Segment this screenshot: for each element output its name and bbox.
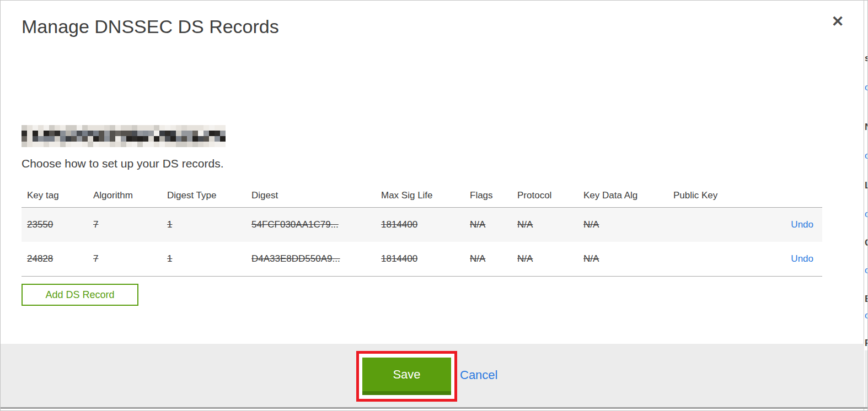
redaction-pixel [82,125,88,131]
redaction-pixel [115,142,121,147]
redaction-pixel [132,136,137,142]
redaction-pixel [159,142,165,147]
redaction-pixel [104,142,110,147]
redaction-pixel [132,125,137,131]
redaction-pixel [33,125,38,131]
redaction-pixel [66,136,71,142]
cell-flags: N/A [464,219,512,230]
redaction-pixel [99,136,104,142]
column-header-public-key: Public Key [668,190,773,201]
redaction-pixel [165,131,170,136]
redaction-pixel [154,131,159,136]
column-header-key-data-alg: Key Data Alg [578,190,668,201]
cell-digest: 54FCF030AA1C79... [246,219,376,230]
background-partial-text: s [865,53,868,64]
cell-max-sig-life: 1814400 [376,219,464,230]
redaction-pixel [71,142,77,147]
redaction-pixel [27,142,33,147]
redaction-pixel [93,136,99,142]
redaction-pixel [60,131,66,136]
redaction-pixel [93,125,99,131]
redaction-pixel [60,142,66,147]
background-partial-text: o [865,265,868,276]
redaction-pixel [44,131,49,136]
redaction-pixel [159,131,165,136]
redaction-pixel [104,136,110,142]
undo-link[interactable]: Undo [791,219,813,230]
redaction-pixel [60,125,66,131]
table-header-row: Key tagAlgorithmDigest TypeDigestMax Sig… [22,183,822,207]
redaction-pixel [132,131,137,136]
redaction-pixel [170,131,176,136]
cell-key-tag: 23550 [22,219,88,230]
redaction-pixel [66,142,71,147]
bottom-border-line [1,407,868,409]
redaction-pixel [38,142,44,147]
redaction-pixel [132,142,137,147]
cell-algorithm: 7 [88,253,162,264]
redaction-pixel [71,125,77,131]
undo-link[interactable]: Undo [791,253,813,264]
redaction-pixel [192,131,198,136]
redaction-pixel [33,131,38,136]
redaction-pixel [203,142,209,147]
redaction-pixel [143,142,148,147]
cell-algorithm: 7 [88,219,162,230]
redaction-pixel [215,131,220,136]
column-header-flags: Flags [464,190,512,201]
table-row: 235507154FCF030AA1C79...1814400N/AN/AN/A… [22,208,822,242]
redaction-pixel [88,142,93,147]
redaction-pixel [170,136,176,142]
redaction-pixel [187,125,192,131]
cancel-link[interactable]: Cancel [460,368,497,382]
redaction-pixel [220,136,226,142]
redaction-pixel [27,125,33,131]
redaction-pixel [203,136,209,142]
close-icon[interactable]: ✕ [827,10,849,33]
redaction-pixel [181,131,187,136]
cell-flags: N/A [464,253,512,264]
redaction-pixel [209,136,215,142]
cell-key-data-alg: N/A [578,219,668,230]
redaction-pixel [99,125,104,131]
redaction-pixel [49,125,55,131]
dnssec-modal: Manage DNSSEC DS Records ✕ Choose how to… [1,1,864,411]
redaction-pixel [88,136,93,142]
redaction-pixel [176,131,181,136]
redaction-pixel [215,136,220,142]
redaction-pixel [126,131,132,136]
redaction-pixel [27,136,33,142]
redaction-pixel [49,142,55,147]
save-button[interactable]: Save [362,358,451,395]
table-body: 235507154FCF030AA1C79...1814400N/AN/AN/A… [22,207,822,277]
background-partial-text: o [865,310,868,321]
table-row: 2482871D4A33E8DD550A9...1814400N/AN/AN/A… [22,242,822,276]
redaction-pixel [154,142,159,147]
add-ds-record-button[interactable]: Add DS Record [22,284,138,306]
redaction-pixel [165,125,170,131]
redaction-pixel [55,125,60,131]
redaction-pixel [27,131,33,136]
redaction-pixel [198,131,203,136]
redaction-pixel [198,136,203,142]
redaction-pixel [137,131,143,136]
redaction-pixel [215,125,220,131]
redaction-pixel [99,131,104,136]
redaction-pixel [198,125,203,131]
redaction-pixel [66,131,71,136]
redaction-pixel [192,136,198,142]
redaction-pixel [159,125,165,131]
redaction-pixel [93,142,99,147]
redaction-pixel [93,131,99,136]
redaction-pixel [77,142,82,147]
redaction-pixel [33,136,38,142]
redaction-pixel [38,125,44,131]
modal-title: Manage DNSSEC DS Records [22,16,279,37]
redaction-pixel [187,136,192,142]
redaction-pixel [49,131,55,136]
background-page-strip: soNoLoCoEoP [865,1,868,411]
column-header-key-tag: Key tag [22,190,88,201]
cell-key-data-alg: N/A [578,253,668,264]
redaction-pixel [115,131,121,136]
redaction-pixel [126,125,132,131]
